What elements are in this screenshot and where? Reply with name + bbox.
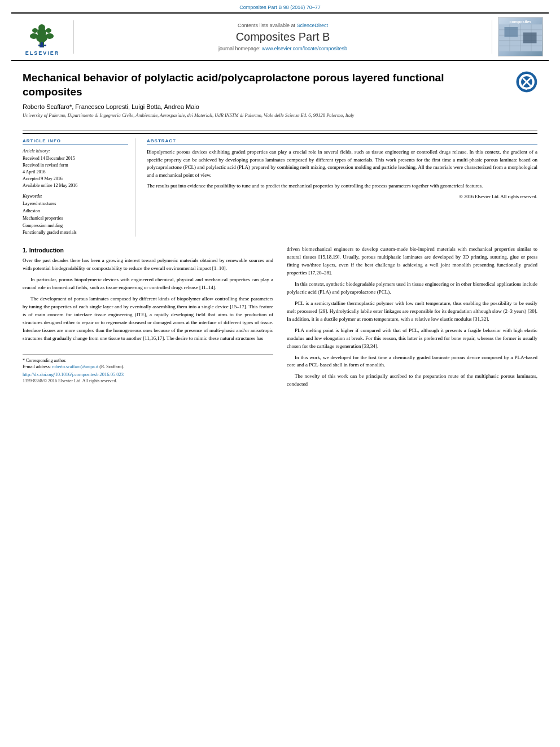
abstract-text: Biopolymeric porous devices exhibiting g…	[147, 148, 537, 190]
accepted-date: Accepted 9 May 2016	[23, 176, 128, 182]
email-line: E-mail address: roberto.scaffaro@unipa.i…	[23, 364, 273, 369]
keyword-4: Compression molding	[23, 222, 128, 230]
received-revised-label: Received in revised form	[23, 162, 128, 169]
right-p5: In this work, we developed for the first…	[287, 354, 537, 370]
body-content: 1. Introduction Over the past decades th…	[23, 246, 537, 392]
abstract-p1: Biopolymeric porous devices exhibiting g…	[147, 148, 537, 179]
svg-rect-10	[38, 45, 41, 46]
issn-line: 1359-8368/© 2016 Elsevier Ltd. All right…	[23, 378, 273, 383]
keyword-5: Functionally graded materials	[23, 229, 128, 237]
journal-header-center: Contents lists available at ScienceDirec…	[73, 20, 492, 54]
body-text-right: driven biomechanical engineers to develo…	[287, 246, 537, 388]
intro-p2: In particular, porous biopolymeric devic…	[23, 276, 273, 292]
keyword-3: Mechanical properties	[23, 215, 128, 222]
body-text-left: Over the past decades there has been a g…	[23, 257, 273, 342]
right-p3: PCL is a semicrystalline thermoplastic p…	[287, 300, 537, 324]
right-p4: PLA melting point is higher if compared …	[287, 327, 537, 351]
affiliation-line: University of Palermo, Dipartimento di I…	[23, 112, 516, 119]
copyright: © 2016 Elsevier Ltd. All rights reserved…	[147, 194, 537, 199]
corresponding-author-label: * Corresponding author.	[23, 358, 273, 363]
doi-anchor[interactable]: http://dx.doi.org/10.1016/j.compositesb.…	[23, 372, 124, 377]
right-p2: In this context, synthetic biodegradable…	[287, 281, 537, 296]
svg-point-7	[46, 28, 51, 33]
keyword-1: Layered structures	[23, 200, 128, 208]
composites-cover-thumb: composites	[498, 17, 543, 56]
revised-date: 4 April 2016	[23, 169, 128, 176]
authors-line: Roberto Scaffaro*, Francesco Lopresti, L…	[23, 103, 516, 110]
svg-rect-21	[523, 33, 537, 43]
article-info-col: ARTICLE INFO Article history: Received 1…	[23, 138, 135, 237]
svg-text:CrossMark: CrossMark	[521, 89, 532, 91]
journal-ref-top: Composites Part B 98 (2016) 70–77	[0, 0, 560, 12]
right-p6: The novelty of this work can be principa…	[287, 373, 537, 388]
footnotes-area: * Corresponding author. E-mail address: …	[23, 354, 273, 383]
right-p1: driven biomechanical engineers to develo…	[287, 246, 537, 277]
journal-thumbnail: composites	[492, 17, 549, 56]
doi-link: http://dx.doi.org/10.1016/j.compositesb.…	[23, 372, 273, 377]
section1-title: 1. Introduction	[23, 247, 273, 254]
article-title-text: Mechanical behavior of polylactic acid/p…	[23, 71, 516, 125]
elsevier-label: ELSEVIER	[25, 50, 60, 56]
email-link[interactable]: roberto.scaffaro@unipa.it	[52, 364, 98, 369]
intro-p1: Over the past decades there has been a g…	[23, 257, 273, 273]
email-label: E-mail address:	[23, 364, 51, 369]
intro-p3: The development of porous laminates comp…	[23, 295, 273, 343]
abstract-heading: ABSTRACT	[147, 138, 537, 145]
contents-available: Contents lists available at ScienceDirec…	[80, 23, 486, 28]
main-content: Mechanical behavior of polylactic acid/p…	[0, 61, 560, 392]
svg-point-6	[32, 28, 38, 33]
journal-homepage: journal homepage: www.elsevier.com/locat…	[80, 46, 486, 51]
sciencedirect-link[interactable]: ScienceDirect	[297, 23, 329, 28]
email-name: (R. Scaffaro).	[99, 364, 124, 369]
article-info-abstract: ARTICLE INFO Article history: Received 1…	[23, 133, 537, 237]
keyword-2: Adhesion	[23, 208, 128, 215]
available-online: Available online 12 May 2016	[23, 182, 128, 189]
homepage-link[interactable]: www.elsevier.com/locate/compositesb	[262, 46, 347, 51]
keywords-label: Keywords:	[23, 194, 128, 199]
svg-rect-11	[44, 45, 46, 46]
crossmark-badge: CrossMark	[516, 71, 537, 93]
svg-point-3	[38, 24, 45, 31]
body-right-col: driven biomechanical engineers to develo…	[287, 246, 537, 392]
journal-title-header: Composites Part B	[80, 30, 486, 43]
received-date: Received 14 December 2015	[23, 155, 128, 162]
svg-point-4	[30, 33, 38, 39]
abstract-col: ABSTRACT Biopolymeric porous devices exh…	[147, 138, 537, 237]
elsevier-logo: ELSEVIER	[23, 18, 62, 56]
svg-rect-20	[505, 27, 518, 37]
page: Composites Part B 98 (2016) 70–77	[0, 0, 560, 747]
journal-header: ELSEVIER Contents lists available at Sci…	[11, 12, 549, 61]
svg-point-5	[46, 33, 54, 39]
elsevier-tree-icon	[23, 18, 62, 49]
article-title-section: Mechanical behavior of polylactic acid/p…	[23, 61, 537, 131]
article-info-heading: ARTICLE INFO	[23, 138, 128, 145]
abstract-p2: The results put into evidence the possib…	[147, 182, 537, 190]
cover-image-icon	[499, 24, 542, 52]
journal-ref-text: Composites Part B 98 (2016) 70–77	[239, 5, 321, 10]
history-label: Article history:	[23, 148, 128, 154]
body-left-col: 1. Introduction Over the past decades th…	[23, 246, 273, 392]
article-title: Mechanical behavior of polylactic acid/p…	[23, 71, 516, 99]
svg-point-8	[41, 42, 43, 45]
elsevier-logo-area: ELSEVIER	[11, 18, 73, 56]
